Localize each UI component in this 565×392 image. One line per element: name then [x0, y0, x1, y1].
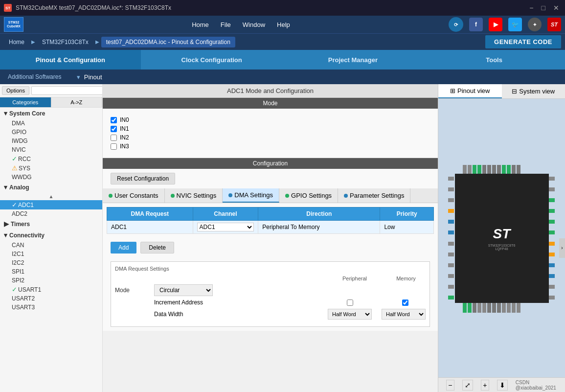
sidebar-item-spi2[interactable]: SPI2	[0, 276, 102, 285]
data-width-row: Data Width Half Word Byte Word Half Word…	[115, 309, 426, 320]
minimize-btn[interactable]: −	[527, 4, 535, 12]
checkbox-in1[interactable]	[111, 126, 117, 132]
sidebar-item-i2c1[interactable]: I2C1	[0, 250, 102, 258]
sidebar-item-usart3[interactable]: USART3	[0, 303, 102, 312]
sidebar-item-sys[interactable]: ⚠SYS	[0, 163, 102, 173]
add-button[interactable]: Add	[111, 242, 136, 254]
tab-tools[interactable]: Tools	[424, 50, 565, 69]
sidebar-item-adc1[interactable]: ✓ADC1	[0, 200, 102, 209]
titlebar-title: STM32CubeMX test07_ADC02DMA.ioc*: STM32F…	[16, 4, 523, 11]
tab-parameter-settings[interactable]: Parameter Settings	[338, 188, 410, 203]
tab-gpio-settings[interactable]: GPIO Settings	[279, 188, 338, 203]
cell-channel[interactable]: ADC1	[193, 221, 258, 234]
fit-screen-button[interactable]: ⤢	[462, 380, 473, 391]
tab-clock-configuration[interactable]: Clock Configuration	[141, 50, 283, 69]
peripheral-width-select[interactable]: Half Word Byte Word	[328, 309, 372, 320]
sidebar-item-nvic[interactable]: NVIC	[0, 145, 102, 154]
cell-priority: Low	[380, 221, 434, 234]
tab-az[interactable]: A->Z	[51, 97, 103, 107]
system-view-icon: ⊟	[512, 88, 517, 95]
expand-icon-timers: ▶	[4, 220, 9, 228]
tab-categories[interactable]: Categories	[0, 97, 51, 107]
social-network-icon[interactable]: ✦	[528, 18, 542, 31]
sidebar-item-gpio[interactable]: GPIO	[0, 128, 102, 137]
breadcrumb: Home ▶ STM32F103C8Tx ▶ test07_ADC02DMA.i…	[0, 33, 565, 50]
sub-nav-pinout[interactable]: ▾ Pinout	[77, 73, 102, 81]
mode-row: Mode Circular One Shot	[115, 284, 426, 296]
export-button[interactable]: ⬇	[497, 380, 508, 391]
breadcrumb-mcu[interactable]: STM32F103C8Tx	[37, 37, 93, 47]
sidebar-item-dma[interactable]: DMA	[0, 119, 102, 128]
logo: STM32CubeMX	[4, 17, 23, 32]
social-update-icon[interactable]: ⟳	[449, 17, 463, 32]
close-btn[interactable]: ✕	[551, 4, 561, 12]
collapse-arrow[interactable]: ›	[559, 238, 565, 258]
breadcrumb-home[interactable]: Home	[4, 37, 29, 47]
search-input[interactable]	[31, 86, 103, 95]
tab-project-manager[interactable]: Project Manager	[283, 50, 424, 69]
table-row: ADC1 ADC1 Peripheral To Memory Low	[107, 221, 434, 234]
menu-help[interactable]: Help	[277, 21, 290, 28]
social-facebook-icon[interactable]: f	[469, 18, 483, 31]
tab-user-constants[interactable]: User Constants	[103, 188, 165, 203]
checkbox-in2[interactable]	[111, 135, 117, 141]
breadcrumb-file[interactable]: test07_ADC02DMA.ioc - Pinout & Configura…	[101, 37, 235, 47]
cell-dma-request: ADC1	[107, 221, 193, 234]
maximize-btn[interactable]: □	[540, 4, 547, 12]
zoom-in-button[interactable]: +	[481, 380, 489, 391]
tab-system-view[interactable]: ⊟ System view	[502, 84, 565, 98]
delete-button[interactable]: Delete	[140, 242, 174, 254]
generate-code-button[interactable]: GENERATE CODE	[485, 35, 561, 48]
label-in1: IN1	[120, 125, 129, 132]
zoom-out-button[interactable]: −	[446, 380, 454, 391]
sidebar-item-adc2[interactable]: ADC2	[0, 209, 102, 218]
options-button[interactable]: Options	[2, 86, 29, 95]
col-channel: Channel	[193, 208, 258, 221]
sidebar-item-wwdg[interactable]: WWDG	[0, 173, 102, 182]
increment-label: Increment Address	[115, 299, 347, 306]
sidebar-group-timers[interactable]: ▶ Timers	[0, 218, 102, 230]
menu-file[interactable]: File	[221, 21, 231, 28]
data-width-label: Data Width	[115, 311, 328, 318]
sidebar-item-iwdg[interactable]: IWDG	[0, 137, 102, 145]
memory-increment-checkbox[interactable]	[402, 300, 408, 306]
sidebar-item-usart1[interactable]: ✓USART1	[0, 285, 102, 294]
sidebar-item-rcc[interactable]: ✓RCC	[0, 154, 102, 163]
sidebar-scroll-up-btn[interactable]: ▲	[0, 193, 102, 200]
social-twitter-icon[interactable]: 🐦	[508, 18, 522, 31]
view-tabs: ⊞ Pinout view ⊟ System view	[438, 84, 565, 99]
sub-nav: Additional Softwares ▾ Pinout	[0, 69, 565, 84]
app-icon: ST	[4, 4, 12, 12]
chip-logo: ST	[493, 226, 511, 242]
sidebar-group-connectivity[interactable]: ▾ Connectivity	[0, 230, 102, 241]
peripheral-increment-checkbox[interactable]	[347, 300, 353, 306]
config-section-header: Configuration	[103, 158, 438, 169]
mode-select[interactable]: Circular One Shot	[154, 284, 213, 296]
sidebar-scroll: ▾ System Core DMA GPIO IWDG NVIC ✓RCC ⚠S…	[0, 108, 102, 392]
sidebar-item-i2c2[interactable]: I2C2	[0, 258, 102, 267]
sidebar-item-spi1[interactable]: SPI1	[0, 267, 102, 276]
menu-window[interactable]: Window	[243, 21, 265, 28]
action-buttons: Add Delete	[103, 238, 438, 257]
reset-config-button[interactable]: Reset Configuration	[111, 173, 175, 184]
sidebar-group-analog[interactable]: ▾ Analog	[0, 182, 102, 193]
checkbox-in0[interactable]	[111, 117, 117, 123]
checkbox-in3[interactable]	[111, 143, 117, 150]
sidebar-group-system-core[interactable]: ▾ System Core	[0, 108, 102, 119]
sidebar-item-usart2[interactable]: USART2	[0, 294, 102, 303]
tab-dma-settings[interactable]: DMA Settings	[223, 188, 279, 203]
tab-pinout-view[interactable]: ⊞ Pinout view	[438, 84, 502, 98]
sidebar-tabs: Categories A->Z	[0, 97, 102, 108]
sub-nav-additional[interactable]: Additional Softwares	[8, 73, 61, 80]
expand-icon-connectivity: ▾	[4, 231, 7, 239]
channel-select[interactable]: ADC1	[197, 223, 254, 231]
menu-home[interactable]: Home	[192, 21, 209, 28]
sidebar-item-can[interactable]: CAN	[0, 241, 102, 250]
social-youtube-icon[interactable]: ▶	[489, 18, 502, 31]
memory-width-select[interactable]: Half Word Byte Word	[382, 309, 426, 320]
social-st-icon[interactable]: ST	[547, 18, 561, 31]
mode-item-in2: IN2	[111, 134, 430, 141]
tab-pinout-configuration[interactable]: Pinout & Configuration	[0, 50, 141, 69]
tab-nvic-settings[interactable]: NVIC Settings	[165, 188, 223, 203]
increment-row: Increment Address	[115, 299, 426, 306]
